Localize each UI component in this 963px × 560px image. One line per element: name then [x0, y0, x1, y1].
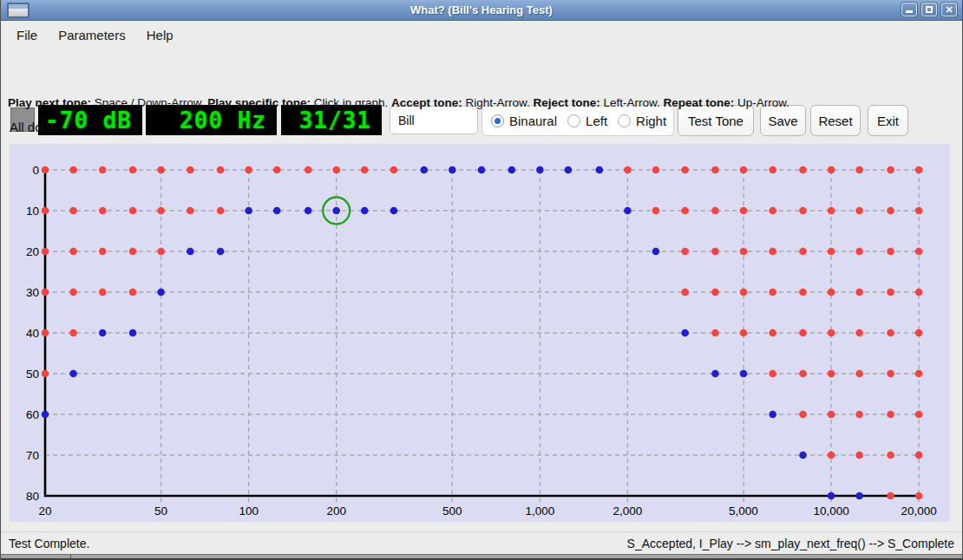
accepted-tone-dot[interactable] [711, 370, 719, 378]
rejected-tone-dot[interactable] [42, 370, 49, 378]
rejected-tone-dot[interactable] [769, 329, 776, 337]
radio-circle-icon[interactable] [567, 114, 580, 127]
rejected-tone-dot[interactable] [828, 411, 835, 419]
rejected-tone-dot[interactable] [855, 411, 863, 419]
rejected-tone-dot[interactable] [652, 166, 660, 174]
rejected-tone-dot[interactable] [69, 329, 77, 337]
rejected-tone-dot[interactable] [305, 166, 312, 174]
accepted-tone-dot[interactable] [855, 492, 863, 500]
rejected-tone-dot[interactable] [681, 248, 689, 256]
title-bar[interactable]: What? (Bill's Hearing Test) [1, 0, 962, 21]
rejected-tone-dot[interactable] [887, 248, 894, 256]
accepted-tone-dot[interactable] [420, 166, 428, 174]
rejected-tone-dot[interactable] [217, 207, 225, 215]
rejected-tone-dot[interactable] [129, 166, 137, 174]
accepted-tone-dot[interactable] [273, 207, 281, 215]
rejected-tone-dot[interactable] [915, 492, 923, 500]
rejected-tone-dot[interactable] [828, 166, 835, 174]
accepted-tone-dot[interactable] [217, 248, 225, 256]
accepted-tone-dot[interactable] [828, 492, 835, 500]
rejected-tone-dot[interactable] [390, 166, 398, 174]
rejected-tone-dot[interactable] [42, 289, 49, 296]
accepted-tone-dot[interactable] [129, 329, 137, 337]
rejected-tone-dot[interactable] [915, 329, 923, 337]
rejected-tone-dot[interactable] [915, 452, 923, 459]
accepted-tone-dot[interactable] [681, 329, 689, 337]
rejected-tone-dot[interactable] [855, 329, 863, 337]
rejected-tone-dot[interactable] [799, 248, 807, 256]
rejected-tone-dot[interactable] [69, 289, 77, 296]
accepted-tone-dot[interactable] [390, 207, 398, 215]
rejected-tone-dot[interactable] [69, 248, 77, 256]
rejected-tone-dot[interactable] [769, 248, 776, 256]
rejected-tone-dot[interactable] [828, 370, 835, 378]
radio-circle-icon[interactable] [491, 114, 504, 127]
rejected-tone-dot[interactable] [855, 207, 863, 215]
rejected-tone-dot[interactable] [769, 207, 776, 215]
rejected-tone-dot[interactable] [887, 329, 894, 337]
accepted-tone-dot[interactable] [565, 166, 573, 174]
radio-circle-icon[interactable] [618, 114, 631, 127]
accepted-tone-dot[interactable] [740, 370, 748, 378]
rejected-tone-dot[interactable] [42, 166, 49, 174]
rejected-tone-dot[interactable] [887, 370, 894, 378]
minimize-button[interactable] [901, 3, 917, 16]
window-bottom-frame[interactable] [1, 554, 962, 560]
rejected-tone-dot[interactable] [681, 207, 689, 215]
accepted-tone-dot[interactable] [624, 207, 632, 215]
rejected-tone-dot[interactable] [711, 289, 719, 296]
accepted-tone-dot[interactable] [305, 207, 312, 215]
rejected-tone-dot[interactable] [99, 289, 107, 296]
rejected-tone-dot[interactable] [740, 248, 748, 256]
rejected-tone-dot[interactable] [828, 329, 835, 337]
accepted-tone-dot[interactable] [536, 166, 544, 174]
menu-item-parameters[interactable]: Parameters [49, 24, 134, 46]
rejected-tone-dot[interactable] [129, 289, 137, 296]
accepted-tone-dot[interactable] [332, 207, 340, 215]
save-button[interactable]: Save [760, 105, 806, 136]
rejected-tone-dot[interactable] [157, 248, 165, 256]
rejected-tone-dot[interactable] [69, 166, 77, 174]
rejected-tone-dot[interactable] [157, 166, 165, 174]
rejected-tone-dot[interactable] [157, 207, 165, 215]
rejected-tone-dot[interactable] [828, 452, 835, 459]
rejected-tone-dot[interactable] [187, 207, 194, 215]
accepted-tone-dot[interactable] [799, 452, 807, 459]
rejected-tone-dot[interactable] [42, 207, 49, 215]
rejected-tone-dot[interactable] [740, 329, 748, 337]
radio-right[interactable]: Right [618, 114, 666, 128]
rejected-tone-dot[interactable] [681, 289, 689, 296]
rejected-tone-dot[interactable] [915, 411, 923, 419]
rejected-tone-dot[interactable] [915, 370, 923, 378]
rejected-tone-dot[interactable] [799, 411, 807, 419]
rejected-tone-dot[interactable] [99, 207, 107, 215]
rejected-tone-dot[interactable] [245, 166, 252, 174]
rejected-tone-dot[interactable] [69, 207, 77, 215]
rejected-tone-dot[interactable] [855, 248, 863, 256]
rejected-tone-dot[interactable] [887, 289, 894, 296]
rejected-tone-dot[interactable] [855, 452, 863, 459]
rejected-tone-dot[interactable] [711, 248, 719, 256]
rejected-tone-dot[interactable] [915, 166, 923, 174]
rejected-tone-dot[interactable] [129, 248, 137, 256]
accepted-tone-dot[interactable] [769, 411, 776, 419]
rejected-tone-dot[interactable] [711, 166, 719, 174]
rejected-tone-dot[interactable] [855, 370, 863, 378]
rejected-tone-dot[interactable] [915, 248, 923, 256]
rejected-tone-dot[interactable] [855, 289, 863, 296]
rejected-tone-dot[interactable] [799, 289, 807, 296]
rejected-tone-dot[interactable] [769, 166, 776, 174]
rejected-tone-dot[interactable] [769, 370, 776, 378]
rejected-tone-dot[interactable] [887, 411, 894, 419]
radio-left[interactable]: Left [567, 114, 607, 128]
close-button[interactable] [941, 3, 957, 16]
radio-binaural[interactable]: Binaural [491, 114, 557, 128]
accepted-tone-dot[interactable] [187, 248, 194, 256]
rejected-tone-dot[interactable] [652, 207, 660, 215]
accepted-tone-dot[interactable] [42, 411, 49, 419]
accepted-tone-dot[interactable] [245, 207, 252, 215]
rejected-tone-dot[interactable] [740, 166, 748, 174]
rejected-tone-dot[interactable] [799, 207, 807, 215]
rejected-tone-dot[interactable] [887, 207, 894, 215]
window-menu-icon[interactable] [7, 3, 29, 18]
